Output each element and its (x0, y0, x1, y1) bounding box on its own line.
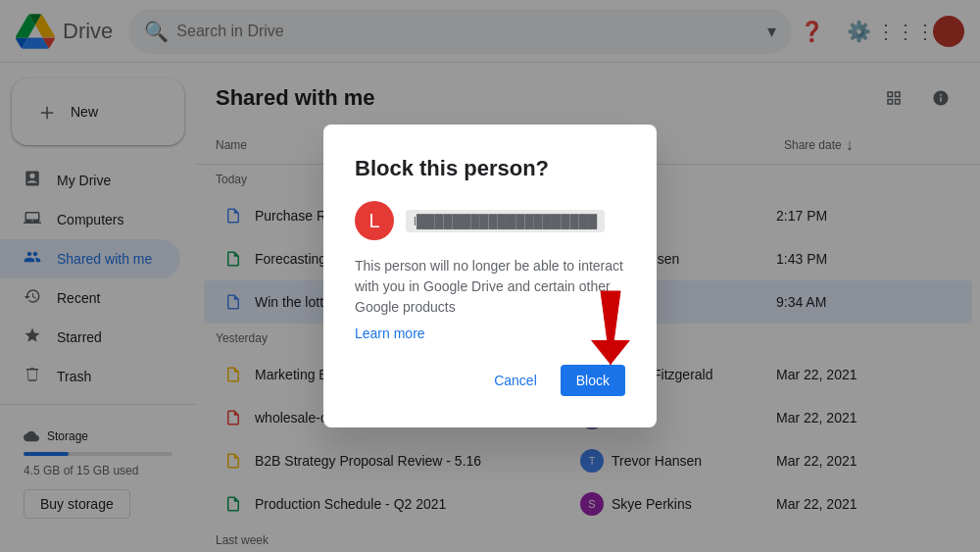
cancel-button[interactable]: Cancel (478, 365, 553, 396)
dialog-user-email: l████████████████████ (406, 210, 605, 232)
block-person-dialog: Block this person? L l██████████████████… (323, 125, 657, 427)
dialog-user-info: L l████████████████████ (355, 201, 625, 240)
dialog-description: This person will no longer be able to in… (355, 256, 625, 318)
svg-marker-1 (591, 340, 630, 365)
learn-more-link[interactable]: Learn more (355, 326, 625, 341)
block-button[interactable]: Block (561, 365, 625, 396)
dialog-actions: Cancel Block (355, 365, 625, 396)
dialog-overlay: Block this person? L l██████████████████… (0, 0, 980, 552)
dialog-title: Block this person? (355, 156, 625, 181)
dialog-user-avatar: L (355, 201, 394, 240)
